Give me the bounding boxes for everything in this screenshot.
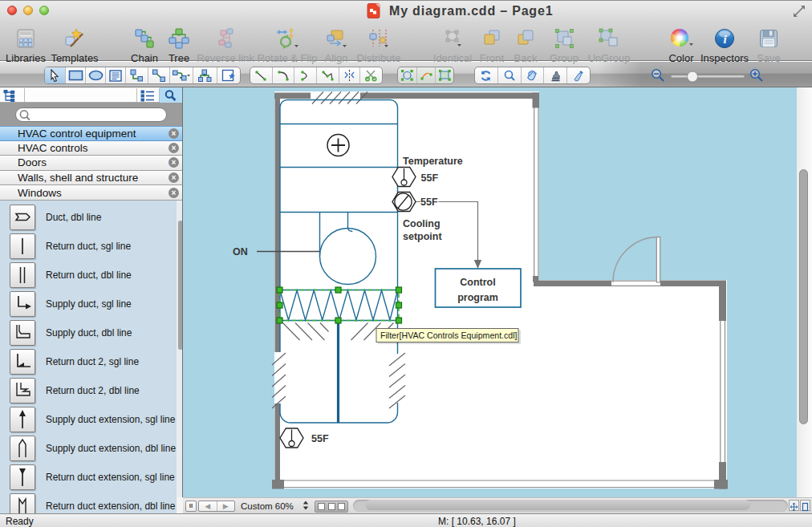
svg-text:Control: Control xyxy=(460,277,495,288)
svg-text:setpoint: setpoint xyxy=(403,231,442,242)
svg-text:Cooling: Cooling xyxy=(403,218,441,229)
svg-text:Temperature: Temperature xyxy=(403,156,463,167)
svg-text:55F: 55F xyxy=(421,172,439,184)
svg-text:program: program xyxy=(457,292,498,303)
svg-text:ON: ON xyxy=(233,246,248,257)
svg-text:55F: 55F xyxy=(420,197,438,208)
svg-text:55F: 55F xyxy=(311,433,329,444)
svg-text:Filter[HVAC Controls Equipment: Filter[HVAC Controls Equipment.cdl] xyxy=(380,330,518,340)
